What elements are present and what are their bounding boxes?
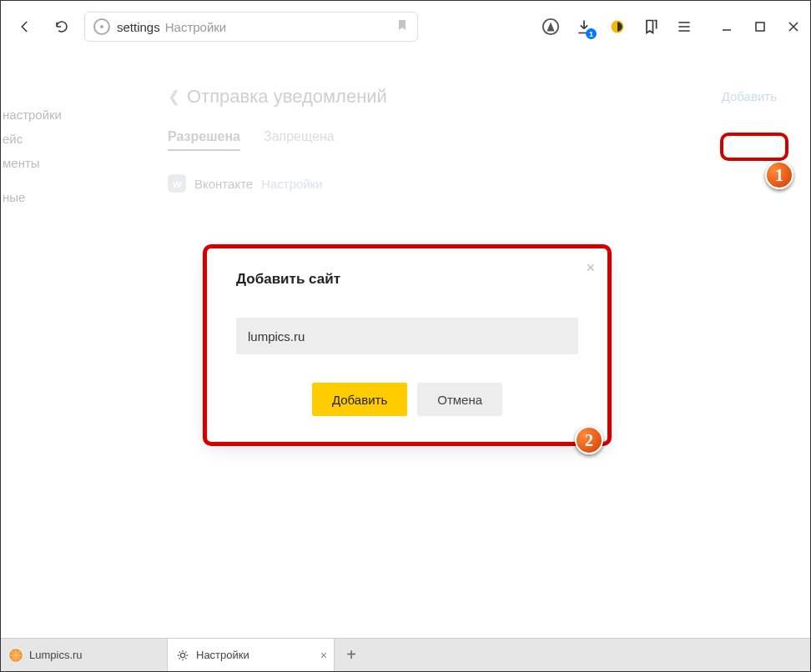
vk-icon: w [168,174,186,193]
extension-icon[interactable] [608,18,627,36]
sidebar-item[interactable]: менты [1,151,59,175]
permission-tabs: Разрешена Запрещена [168,129,777,151]
browser-tabstrip: Lumpics.ru Настройки × + [1,638,810,671]
reload-icon [54,19,69,34]
add-site-modal: × Добавить сайт Добавить Отмена [208,249,607,441]
site-identity-icon [93,18,110,35]
bookmark-icon[interactable] [395,18,409,35]
sidebar-item[interactable]: настройки [1,103,59,127]
settings-sidebar: настройки ейс менты ные [1,103,59,209]
downloads-button[interactable]: 1 [575,18,593,36]
modal-cancel-button[interactable]: Отмена [417,383,502,416]
address-text: settingsНастройки [117,20,226,34]
arrow-left-icon [18,19,33,34]
site-settings-link[interactable]: Настройки [261,177,323,191]
tab-allowed[interactable]: Разрешена [168,129,240,151]
back-button[interactable] [11,13,39,41]
annotation-badge-2: 2 [575,426,603,454]
toolbar-right: 1 [542,18,800,36]
site-url-input[interactable] [236,318,578,354]
site-name: Вконтакте [194,177,253,191]
window-minimize-button[interactable] [720,20,733,33]
bookmarks-button[interactable] [642,18,660,36]
svg-point-5 [180,653,184,657]
browser-tab-settings[interactable]: Настройки × [168,639,335,671]
modal-title: Добавить сайт [236,271,578,288]
reload-button[interactable] [48,13,76,41]
add-site-link[interactable]: Добавить [722,89,777,103]
window-maximize-button[interactable] [753,20,767,33]
modal-submit-button[interactable]: Добавить [312,383,407,416]
sidebar-item[interactable]: ейс [1,127,59,151]
settings-main: ❮ Отправка уведомлений Добавить Разрешен… [168,86,777,193]
browser-toolbar: settingsНастройки 1 [1,1,810,53]
gear-icon [176,649,189,662]
tab-label: Настройки [196,649,249,661]
new-tab-button[interactable]: + [335,639,368,671]
site-row: w Вконтакте Настройки [168,174,777,193]
modal-close-button[interactable]: × [586,259,595,277]
address-bar[interactable]: settingsНастройки [84,12,418,42]
annotation-badge-1: 1 [765,161,793,189]
sidebar-item[interactable]: ные [1,185,59,209]
tab-denied[interactable]: Запрещена [264,129,335,151]
window-close-button[interactable] [787,20,800,33]
svg-rect-2 [756,23,764,31]
sidebar-item[interactable] [1,175,59,185]
menu-button[interactable] [675,18,693,36]
page-title[interactable]: ❮ Отправка уведомлений [168,86,777,108]
tab-label: Lumpics.ru [29,649,83,661]
annotation-highlight-1 [720,133,788,161]
favicon-lumpics [9,649,23,662]
downloads-badge: 1 [586,28,597,39]
tab-close-button[interactable]: × [320,649,327,662]
alice-icon[interactable] [542,18,560,36]
chevron-left-icon: ❮ [168,88,180,106]
page-title-text: Отправка уведомлений [187,86,387,108]
browser-tab-lumpics[interactable]: Lumpics.ru [1,639,168,671]
